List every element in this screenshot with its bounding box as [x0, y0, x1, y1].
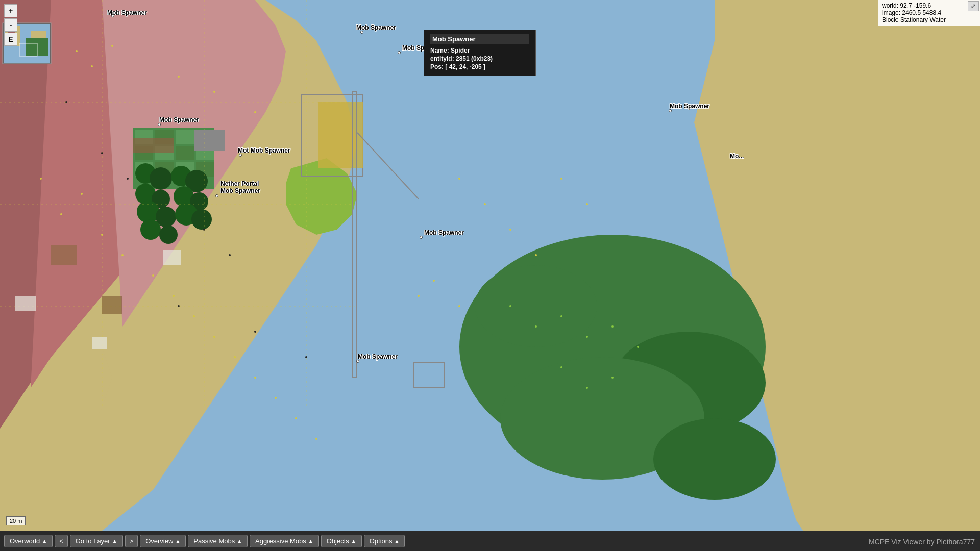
image-coords: image: 2460.5 5488.4 — [882, 9, 965, 16]
tooltip-entityid-value: 2851 (0xb23) — [456, 55, 493, 62]
svg-point-97 — [229, 254, 231, 256]
svg-point-81 — [418, 295, 420, 297]
passive-mobs-label: Passive Mobs — [193, 537, 235, 545]
map-controls: + - E — [4, 4, 17, 46]
block-info: Block: Stationary Water — [882, 16, 965, 23]
svg-point-71 — [254, 377, 256, 379]
svg-rect-110 — [51, 245, 77, 265]
objects-button[interactable]: Objects ▲ — [321, 535, 362, 547]
compass-button[interactable]: E — [4, 33, 17, 46]
svg-point-61 — [40, 178, 42, 180]
aggressive-mobs-button[interactable]: Aggressive Mobs ▲ — [250, 535, 319, 547]
go-to-layer-button[interactable]: Go to Layer ▲ — [70, 535, 123, 547]
tooltip-name-value: Spider — [451, 47, 470, 54]
svg-rect-107 — [15, 296, 36, 311]
tooltip-pos-row: Pos: [ 42, 24, -205 ] — [430, 63, 529, 70]
spawner-tooltip: Mob Spawner Name: Spider entityId: 2851 … — [424, 30, 536, 76]
tooltip-title: Mob Spawner — [430, 34, 529, 44]
svg-point-56 — [91, 65, 93, 67]
options-button[interactable]: Options ▲ — [364, 535, 405, 547]
toolbar: Overworld ▲ < Go to Layer ▲ > Overview ▲… — [0, 531, 980, 551]
svg-point-80 — [458, 305, 460, 307]
svg-point-29 — [150, 167, 172, 190]
svg-point-68 — [193, 315, 195, 317]
options-label: Options — [370, 537, 393, 545]
svg-point-100 — [305, 356, 307, 358]
svg-point-90 — [560, 366, 562, 368]
svg-point-73 — [295, 417, 297, 419]
svg-point-41 — [191, 209, 212, 230]
passive-mobs-button[interactable]: Passive Mobs ▲ — [188, 535, 248, 547]
svg-point-70 — [234, 356, 236, 358]
tooltip-name-row: Name: Spider — [430, 47, 529, 54]
map-canvas — [0, 0, 980, 551]
svg-point-59 — [213, 91, 215, 93]
overview-button[interactable]: Overview ▲ — [140, 535, 186, 547]
svg-point-57 — [111, 45, 113, 47]
aggressive-mobs-caret: ▲ — [308, 538, 313, 544]
svg-point-83 — [586, 203, 588, 205]
tooltip-entityid-label: entityId: — [430, 55, 454, 62]
svg-point-6 — [475, 265, 597, 347]
svg-point-78 — [535, 254, 537, 256]
svg-point-69 — [213, 336, 215, 338]
info-panel: world: 92.7 -159.6 image: 2460.5 5488.4 … — [878, 0, 980, 26]
svg-point-62 — [60, 213, 62, 215]
svg-point-72 — [275, 397, 277, 399]
svg-point-79 — [433, 280, 435, 282]
svg-point-75 — [458, 178, 460, 180]
go-to-layer-label: Go to Layer — [76, 537, 110, 545]
svg-point-89 — [637, 346, 639, 348]
svg-point-95 — [127, 178, 129, 180]
svg-rect-109 — [163, 250, 181, 265]
svg-rect-26 — [133, 138, 174, 153]
svg-point-91 — [586, 387, 588, 389]
svg-rect-27 — [194, 130, 225, 151]
svg-point-84 — [509, 305, 511, 307]
objects-label: Objects — [327, 537, 349, 545]
zoom-in-button[interactable]: + — [4, 4, 17, 17]
svg-point-55 — [76, 50, 78, 52]
overview-caret: ▲ — [175, 538, 180, 544]
svg-point-74 — [315, 438, 317, 440]
overworld-button[interactable]: Overworld ▲ — [4, 535, 53, 547]
tooltip-entityid-row: entityId: 2851 (0xb23) — [430, 55, 529, 62]
svg-rect-20 — [176, 146, 194, 160]
svg-point-67 — [173, 295, 175, 297]
tooltip-pos-label: Pos: — [430, 63, 444, 70]
go-to-layer-caret: ▲ — [112, 538, 117, 544]
tooltip-pos-value: [ 42, 24, -205 ] — [445, 63, 485, 70]
aggressive-mobs-label: Aggressive Mobs — [255, 537, 306, 545]
arrow-left-button[interactable]: < — [55, 535, 68, 547]
svg-point-86 — [560, 315, 562, 317]
scale-bar: 20 m — [6, 516, 26, 525]
block-label: Block: — [882, 16, 899, 23]
svg-point-88 — [611, 325, 614, 328]
svg-point-92 — [611, 377, 614, 379]
svg-point-85 — [535, 325, 537, 328]
overview-label: Overview — [145, 537, 173, 545]
arrow-right-button[interactable]: > — [125, 535, 138, 547]
svg-point-65 — [121, 254, 124, 256]
passive-mobs-caret: ▲ — [237, 538, 242, 544]
svg-rect-16 — [176, 130, 194, 144]
block-value: Stationary Water — [900, 16, 946, 23]
options-caret: ▲ — [395, 538, 400, 544]
tooltip-name-label: Name: — [430, 47, 449, 54]
svg-point-82 — [560, 178, 562, 180]
svg-point-35 — [159, 226, 178, 244]
svg-point-66 — [152, 274, 154, 277]
svg-point-87 — [586, 336, 588, 338]
svg-point-76 — [484, 203, 486, 205]
svg-point-60 — [254, 111, 256, 113]
map-container[interactable]: + - E 20 m Mob Spawner Mob Spawner Mob S… — [0, 0, 980, 551]
fullscreen-button[interactable]: ⤢ — [968, 1, 979, 11]
svg-rect-108 — [92, 337, 107, 349]
svg-point-99 — [254, 331, 256, 333]
zoom-out-button[interactable]: - — [4, 18, 17, 32]
overworld-label: Overworld — [10, 537, 40, 545]
svg-point-58 — [178, 76, 180, 78]
objects-caret: ▲ — [351, 538, 356, 544]
world-coords: world: 92.7 -159.6 — [882, 2, 965, 9]
svg-point-34 — [140, 219, 161, 240]
